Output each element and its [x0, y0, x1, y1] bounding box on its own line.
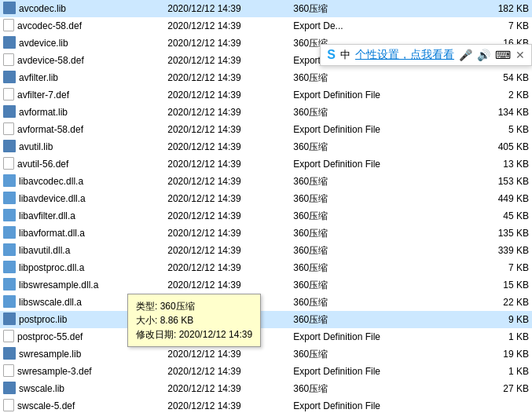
def-icon	[3, 19, 14, 31]
tooltip-date-value: 2020/12/12 14:39	[179, 329, 252, 340]
table-row[interactable]: libpostproc.dll.a 2020/12/12 14:39 360压缩…	[0, 259, 532, 276]
table-row[interactable]: avcodec.lib 2020/12/12 14:39 360压缩 182 K…	[0, 0, 532, 17]
table-row[interactable]: libswscale.dll.a 2020/12/12 14:39 360压缩 …	[0, 294, 532, 311]
table-row[interactable]: avcodec-58.def 2020/12/12 14:39 Export D…	[0, 17, 532, 35]
dlla-icon	[3, 209, 16, 221]
table-row[interactable]: postproc.lib 2020/12/12 14:39 360压缩 9 KB	[0, 311, 532, 328]
table-row[interactable]: libavfilter.dll.a 2020/12/12 14:39 360压缩…	[0, 207, 532, 225]
file-type-cell: Export Definition File	[290, 155, 464, 173]
def-icon	[3, 53, 14, 66]
table-row[interactable]: libswresample.dll.a 2020/12/12 14:39 360…	[0, 276, 532, 294]
file-date-cell: 2020/12/12 14:39	[164, 69, 290, 86]
taskbar-s-icon: S	[327, 48, 336, 62]
table-row[interactable]: swresample-3.def 2020/12/12 14:39 Export…	[0, 363, 532, 380]
file-name-cell: avformat-58.def	[0, 121, 164, 138]
file-date-cell: 2020/12/12 14:39	[164, 155, 290, 173]
file-name: avcodec.lib	[19, 3, 66, 14]
file-size-cell: 182 KB	[464, 0, 532, 17]
file-name: swscale.lib	[19, 383, 64, 394]
def-icon	[3, 157, 14, 170]
tooltip-date-label: 修改日期:	[136, 329, 179, 340]
file-name-cell: libavutil.dll.a	[0, 242, 164, 259]
file-type-cell: 360压缩	[290, 0, 464, 17]
file-type-cell: 360压缩	[290, 380, 464, 397]
file-type-cell: 360压缩	[290, 259, 464, 276]
file-name-cell: avutil-56.def	[0, 155, 164, 173]
def-icon	[3, 330, 14, 342]
table-row[interactable]: swscale.lib 2020/12/12 14:39 360压缩 27 KB	[0, 380, 532, 397]
file-name: libavdevice.dll.a	[19, 193, 86, 204]
file-type-cell: Export Definition File	[290, 328, 464, 345]
file-name: avdevice.lib	[19, 38, 68, 49]
file-date-cell: 2020/12/12 14:39	[164, 173, 290, 190]
table-row[interactable]: swresample.lib 2020/12/12 14:39 360压缩 19…	[0, 345, 532, 363]
table-row[interactable]: avfilter.lib 2020/12/12 14:39 360压缩 54 K…	[0, 69, 532, 86]
file-name-cell: libavformat.dll.a	[0, 225, 164, 242]
taskbar-speaker-icon: 🔊	[477, 49, 490, 61]
file-size-cell: 19 KB	[464, 345, 532, 363]
file-name-cell: libavcodec.dll.a	[0, 173, 164, 190]
file-size-cell: 134 KB	[464, 104, 532, 121]
file-name: avformat.lib	[19, 107, 68, 118]
table-row[interactable]: libavdevice.dll.a 2020/12/12 14:39 360压缩…	[0, 190, 532, 207]
tooltip-type-value: 360压缩	[160, 301, 195, 312]
file-name: libavutil.dll.a	[19, 245, 70, 256]
file-name-cell: libpostproc.dll.a	[0, 259, 164, 276]
table-row[interactable]: avutil.lib 2020/12/12 14:39 360压缩 405 KB	[0, 138, 532, 155]
file-type-cell: 360压缩	[290, 242, 464, 259]
file-date-cell: 2020/12/12 14:39	[164, 52, 290, 69]
file-type-cell: Export Definition File	[290, 397, 464, 413]
file-date-cell: 2020/12/12 14:39	[164, 104, 290, 121]
file-date-cell: 2020/12/12 14:39	[164, 242, 290, 259]
lib-icon	[3, 36, 16, 49]
file-type-cell: 360压缩	[290, 173, 464, 190]
file-size-cell: 339 KB	[464, 242, 532, 259]
file-size-cell: 9 KB	[464, 311, 532, 328]
table-row[interactable]: avutil-56.def 2020/12/12 14:39 Export De…	[0, 155, 532, 173]
file-name: avutil.lib	[19, 141, 53, 152]
table-row[interactable]: libavutil.dll.a 2020/12/12 14:39 360压缩 3…	[0, 242, 532, 259]
table-row[interactable]: libavformat.dll.a 2020/12/12 14:39 360压缩…	[0, 225, 532, 242]
taskbar-link[interactable]: 个性设置，点我看看	[355, 48, 454, 62]
tooltip-popup: 类型: 360压缩 大小: 8.86 KB 修改日期: 2020/12/12 1…	[127, 294, 261, 347]
table-row[interactable]: avformat-58.def 2020/12/12 14:39 Export …	[0, 121, 532, 138]
file-size-cell: 135 KB	[464, 225, 532, 242]
table-row[interactable]: postproc-55.def 2020/12/12 14:39 Export …	[0, 328, 532, 345]
file-size-cell: 7 KB	[464, 17, 532, 35]
file-date-cell: 2020/12/12 14:39	[164, 86, 290, 104]
file-name: libavcodec.dll.a	[19, 176, 83, 187]
table-row[interactable]: avfilter-7.def 2020/12/12 14:39 Export D…	[0, 86, 532, 104]
file-date-cell: 2020/12/12 14:39	[164, 17, 290, 35]
file-name: libavformat.dll.a	[19, 228, 85, 239]
file-size-cell: 15 KB	[464, 276, 532, 294]
lib-icon	[3, 382, 16, 394]
file-name: avfilter-7.def	[17, 90, 69, 101]
dlla-icon	[3, 243, 16, 256]
file-size-cell: 45 KB	[464, 207, 532, 225]
taskbar-close-icon[interactable]: ✕	[515, 49, 525, 61]
tooltip-size-value: 8.86 KB	[160, 315, 194, 326]
file-size-cell: 5 KB	[464, 121, 532, 138]
file-name: swscale-5.def	[17, 400, 75, 411]
file-date-cell: 2020/12/12 14:39	[164, 345, 290, 363]
file-name-cell: swscale.lib	[0, 380, 164, 397]
file-name-cell: swscale-5.def	[0, 397, 164, 413]
taskbar-lang-icon: 中	[340, 48, 350, 62]
file-name: libpostproc.dll.a	[19, 262, 84, 273]
lib-icon	[3, 140, 16, 152]
file-type-cell: 360压缩	[290, 276, 464, 294]
table-row[interactable]: avformat.lib 2020/12/12 14:39 360压缩 134 …	[0, 104, 532, 121]
def-icon	[3, 122, 14, 135]
file-name: avdevice-58.def	[17, 55, 84, 66]
lib-icon	[3, 71, 16, 83]
table-row[interactable]: libavcodec.dll.a 2020/12/12 14:39 360压缩 …	[0, 173, 532, 190]
file-date-cell: 2020/12/12 14:39	[164, 225, 290, 242]
file-type-cell: 360压缩	[290, 138, 464, 155]
file-name: swresample.lib	[19, 349, 81, 360]
dlla-icon	[3, 192, 16, 204]
file-size-cell: 54 KB	[464, 69, 532, 86]
file-name-cell: libavfilter.dll.a	[0, 207, 164, 225]
file-type-cell: 360压缩	[290, 207, 464, 225]
table-row[interactable]: swscale-5.def 2020/12/12 14:39 Export De…	[0, 397, 532, 413]
file-type-cell: 360压缩	[290, 345, 464, 363]
